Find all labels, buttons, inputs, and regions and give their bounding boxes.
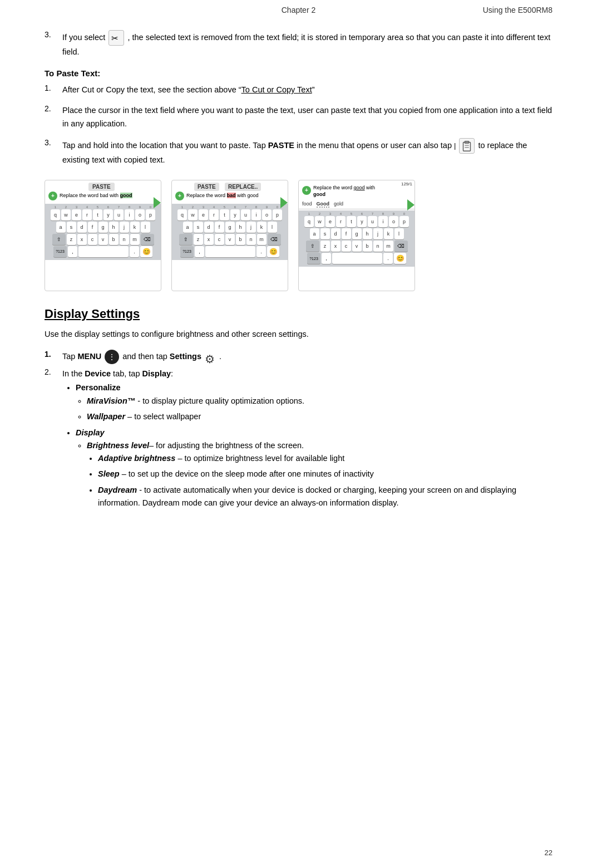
svg-text:✂: ✂ [111, 34, 119, 43]
kb-row-3: ⇧ zxcvbnm ⌫ [46, 234, 160, 245]
item-text: Place the cursor in the text field where… [62, 104, 552, 130]
menu-label: MENU [77, 352, 101, 361]
paste-item-2: 2. Place the cursor in the text field wh… [45, 104, 552, 130]
page-header: Chapter 2 Using the E500RM8 [45, 0, 552, 19]
sleep-label: Sleep [98, 469, 120, 478]
paste-item-1: 1. After Cut or Copy the text, see the s… [45, 84, 552, 96]
counter-ss3: 129/1 [401, 182, 412, 187]
kb-row-4: ?123 , . 😊 [46, 246, 160, 257]
brightness-sub-list: Adaptive brightness – to optimize bright… [98, 452, 552, 509]
paste-bold: PASTE [268, 141, 294, 150]
ss1-highlighted: good [120, 193, 132, 198]
kb-row-1: qwertyuiop [46, 209, 160, 220]
page-title: Using the E500RM8 [383, 6, 552, 14]
paste-item-3: 3. Tap and hold into the location that y… [45, 138, 552, 166]
screenshots-row: PASTE + Replace the word bad with good 1… [45, 180, 552, 291]
num-hint-row: 1 2 3 4 5 6 7 8 9 0 [46, 205, 160, 209]
settings-label: Settings [170, 352, 201, 361]
display-step-1: 1. Tap MENU ⋮ and then tap Settings ⚙. [45, 350, 552, 364]
cursor-text: | [454, 141, 456, 150]
display-settings-intro: Use the display settings to configure br… [45, 328, 552, 341]
screenshot-3: 129/1 + Replace the word good withgood f… [298, 180, 415, 291]
cut-icon: ✂ [108, 30, 124, 46]
ss3-label-row: + Replace the word good withgood [299, 180, 415, 199]
arrow-ss2 [280, 197, 288, 208]
green-circle-ss1: + [48, 192, 57, 200]
arrow-ss3 [407, 199, 415, 210]
display-label: Display [76, 428, 105, 437]
item-text: After Cut or Copy the text, see the sect… [62, 84, 552, 96]
item-number: 1. [45, 84, 62, 92]
ss1-label: Replace the word bad with good [60, 193, 132, 199]
item-number: 2. [45, 104, 62, 113]
step-text-2: In the Device tab, tap Display: [62, 367, 552, 380]
miravision-label: MiraVision™ [87, 396, 135, 405]
display-item: Display Brightness level– for adjusting … [76, 426, 552, 509]
sleep-item: Sleep – to set up the device on the slee… [98, 468, 552, 480]
ss3-label: Replace the word good withgood [313, 185, 375, 198]
ss2-highlighted: bad [227, 193, 236, 198]
item-text: If you select ✂ , the selected text is r… [62, 30, 552, 58]
personalize-sub-list: MiraVision™ - to display picture quality… [87, 395, 552, 423]
main-content: 3. If you select ✂ , the selected text i… [45, 30, 552, 509]
replace-button-ss2: REPLACE.. [225, 183, 261, 191]
word-suggestions-ss3: food Good gold [299, 200, 415, 209]
paste-heading: To Paste Text: [45, 68, 552, 78]
green-circle-ss3: + [302, 186, 311, 195]
step-num-1: 1. [45, 350, 62, 359]
miravision-item: MiraVision™ - to display picture quality… [87, 395, 552, 408]
personalize-item: Personalize MiraVision™ - to display pic… [76, 381, 552, 423]
display-settings-heading: Display Settings [45, 307, 552, 321]
kb-row-2: asdfghjkl [46, 222, 160, 233]
brightness-label: Brightness level [87, 441, 149, 450]
daydream-item: Daydream - to activate automatically whe… [98, 484, 552, 509]
menu-icon: ⋮ [105, 350, 119, 364]
item-text: Tap and hold into the location that you … [62, 138, 552, 166]
display-step-2: 2. In the Device tab, tap Display: [45, 367, 552, 380]
cut-copy-link: To Cut or Copy Text [241, 85, 312, 94]
screenshot-1: PASTE + Replace the word bad with good 1… [45, 180, 161, 291]
arrow-ss1 [154, 197, 161, 208]
page: Chapter 2 Using the E500RM8 3. If you se… [0, 0, 597, 868]
list-item-3: 3. If you select ✂ , the selected text i… [45, 30, 552, 58]
adaptive-label: Adaptive brightness [98, 454, 175, 463]
display-sub-content: Personalize MiraVision™ - to display pic… [65, 381, 552, 509]
personalize-list: Personalize MiraVision™ - to display pic… [76, 381, 552, 509]
keyboard-ss3: 1 2 3 4 5 6 7 8 9 0 qwertyuiop [299, 210, 415, 267]
item-number: 3. [45, 138, 62, 147]
personalize-label: Personalize [76, 383, 121, 392]
settings-gear-icon: ⚙ [205, 350, 218, 364]
chapter-label: Chapter 2 [214, 6, 383, 14]
clipboard-icon [459, 138, 475, 154]
item-number: 3. [45, 30, 62, 39]
paste-button-ss1: PASTE [88, 183, 115, 191]
step-text-1: Tap MENU ⋮ and then tap Settings ⚙. [62, 350, 552, 364]
step-num-2: 2. [45, 367, 62, 376]
brightness-item: Brightness level– for adjusting the brig… [87, 439, 552, 509]
adaptive-brightness-item: Adaptive brightness – to optimize bright… [98, 452, 552, 465]
wallpaper-label: Wallpaper [87, 412, 125, 421]
green-circle-ss2: + [175, 192, 184, 200]
screenshot-2: PASTE REPLACE.. + Replace the word bad w… [171, 180, 288, 291]
display-sub-list: Brightness level– for adjusting the brig… [87, 439, 552, 509]
daydream-label: Daydream [98, 486, 137, 494]
wallpaper-item: Wallpaper – to select wallpaper [87, 410, 552, 423]
ss2-label: Replace the word bad with good [186, 193, 259, 199]
page-number: 22 [545, 849, 552, 857]
keyboard-ss2: 1 2 3 4 5 6 7 8 9 0 qwertyuiop [172, 204, 288, 260]
keyboard-ss1: 1 2 3 4 5 6 7 8 9 0 qwertyuiop [45, 204, 161, 260]
paste-button-ss2: PASTE [194, 183, 219, 191]
